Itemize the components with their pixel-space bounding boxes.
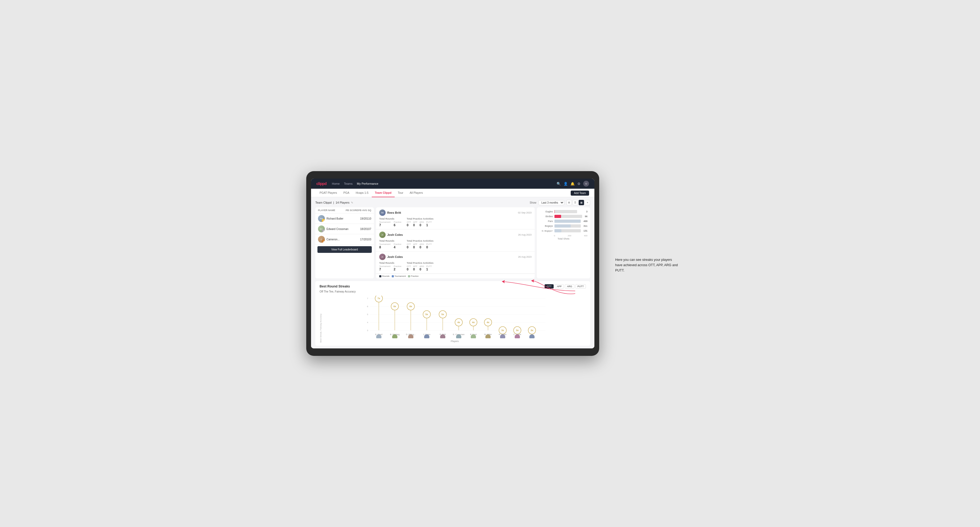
ott-3: OTT0 <box>407 265 411 271</box>
chart-label-eagles: Eagles <box>539 210 553 213</box>
three-column-layout: PLAYER NAME PB SCORE PB AVG SQ RB 1 Rich… <box>315 207 590 278</box>
chart-row-eagles: Eagles 3 <box>539 210 587 213</box>
player-card-3: JC Josh Coles 26 Aug 2023 Total Rounds <box>376 252 535 274</box>
svg-point-63 <box>530 334 535 338</box>
player-avatar-3: C 3 <box>318 236 325 243</box>
card-avatar-2: JC <box>379 232 386 238</box>
pb-avg-2: 107 <box>367 227 371 230</box>
sub-nav-right: Add Team <box>571 190 589 195</box>
subnav-team-clippd[interactable]: Team Clippd <box>372 189 395 197</box>
player-info-2: EC 2 Edward Crossman <box>318 225 360 232</box>
app-1: APP 0 <box>413 221 417 227</box>
chart-row-pars: Pars 499 <box>539 220 587 223</box>
chart-bar-wrap-bogeys <box>554 224 581 227</box>
subnav-pgat[interactable]: PGAT Players <box>317 189 340 197</box>
card-3-practice: Total Practice Activities OTT0 APP0 ARG0… <box>407 262 434 271</box>
grid-view-btn[interactable]: ⊞ <box>566 200 572 205</box>
right-chart-panel: Eagles 3 Birdies <box>537 207 590 278</box>
player-cards-panel: RB Rees Britt 02 Sep 2023 Total Rounds <box>376 207 535 278</box>
avatar[interactable]: U <box>583 181 589 187</box>
team-title: Team Clippd | 14 Players <box>315 201 349 204</box>
subnav-pga[interactable]: PGA <box>340 189 353 197</box>
app-btn[interactable]: APP <box>555 284 564 289</box>
player-avatar-2: EC 2 <box>318 225 325 232</box>
subnav-tour[interactable]: Tour <box>395 189 406 197</box>
nav-home[interactable]: Home <box>332 182 339 185</box>
player-info-3: C 3 Cameron... <box>318 236 360 243</box>
card-1-rounds: Total Rounds Tournament 7 Practice <box>379 217 401 227</box>
pb-score-1: 19/20 <box>360 217 367 220</box>
subnav-all-players[interactable]: All Players <box>406 189 426 197</box>
period-select[interactable]: Last 3 months Last 6 months Last year <box>538 200 564 205</box>
settings-icon[interactable]: ⚙ <box>578 182 581 186</box>
chart-val-bogeys: 311 <box>584 225 587 227</box>
card-date-1: 02 Sep 2023 <box>518 211 531 214</box>
arg-3: ARG0 <box>419 265 424 271</box>
player-row: C 3 Cameron... 17/20 103 <box>315 234 374 244</box>
tournament-2: Tournament 8 <box>379 243 390 249</box>
list-view-btn[interactable]: ☰ <box>573 200 578 205</box>
svg-text:6: 6 <box>367 305 368 308</box>
card-3-rounds: Total Rounds Tournament 7 Practice <box>379 262 401 271</box>
bell-icon[interactable]: 🔔 <box>570 182 575 186</box>
subnav-hcaps[interactable]: Hcaps 1-5 <box>353 189 372 197</box>
svg-text:5x: 5x <box>425 313 428 316</box>
practice-3: Practice 2 <box>394 265 401 271</box>
tournament-1: Tournament 7 <box>379 221 390 227</box>
streaks-title: Best Round Streaks <box>320 284 350 288</box>
streaks-subtitle: Off The Tee, Fairway Accuracy <box>320 290 586 293</box>
putt-3: PUTT1 <box>426 265 432 271</box>
svg-text:3x: 3x <box>516 329 519 332</box>
arg-btn[interactable]: ARG <box>565 284 574 289</box>
view-full-leaderboard-button[interactable]: View Full Leaderboard <box>317 246 372 253</box>
player-name-1: Richard Butler <box>326 217 343 220</box>
arg-2: ARG0 <box>419 243 424 249</box>
pb-score-3: 17/20 <box>360 238 367 241</box>
card-date-2: 26 Aug 2023 <box>518 233 531 236</box>
logo: clippd <box>317 181 326 186</box>
svg-text:3: 3 <box>367 329 368 332</box>
card-view-btn[interactable]: ▦ <box>579 200 584 205</box>
putt-btn[interactable]: PUTT <box>576 284 586 289</box>
svg-text:5: 5 <box>367 313 368 316</box>
nav-my-performance[interactable]: My Performance <box>357 182 379 185</box>
streak-chart-body: 7 6 5 4 3 7x E. Ebert <box>323 296 586 343</box>
player-row: EC 2 Edward Crossman 18/20 107 <box>315 224 374 234</box>
tablet-screen: clippd Home Teams My Performance 🔍 👤 🔔 ⚙… <box>311 179 594 348</box>
svg-text:7x: 7x <box>377 297 380 300</box>
ott-btn[interactable]: OTT <box>545 284 554 289</box>
detail-view-btn[interactable]: ≡ <box>585 200 590 205</box>
person-icon[interactable]: 👤 <box>563 182 568 186</box>
edit-icon[interactable]: ✎ <box>351 201 353 204</box>
player-card-2: JC Josh Coles 26 Aug 2023 Total Rounds <box>376 229 535 252</box>
leaderboard-panel: PLAYER NAME PB SCORE PB AVG SQ RB 1 Rich… <box>315 207 374 278</box>
top-navigation: clippd Home Teams My Performance 🔍 👤 🔔 ⚙… <box>311 179 594 189</box>
practice-sub-row-1: OTT 0 APP 0 ARG <box>407 221 434 227</box>
x-axis-players-label: Players <box>323 340 586 343</box>
player-name-2: Edward Crossman <box>326 227 348 230</box>
tablet-device: clippd Home Teams My Performance 🔍 👤 🔔 ⚙… <box>306 171 599 356</box>
streak-chart-svg: 7 6 5 4 3 7x E. Ebert <box>323 296 586 338</box>
nav-teams[interactable]: Teams <box>344 182 353 185</box>
svg-text:4x: 4x <box>487 321 489 324</box>
card-3-header: JC Josh Coles 26 Aug 2023 <box>379 254 531 260</box>
player-name-3: Cameron... <box>326 238 339 241</box>
pb-avg-3: 103 <box>367 238 371 241</box>
chart-title: Total Shots <box>539 237 587 240</box>
card-avatar-3: JC <box>379 254 386 260</box>
x-axis-0: 0 <box>554 235 555 237</box>
chart-label-pars: Pars <box>539 220 553 222</box>
streaks-header: Best Round Streaks OTT APP ARG PUTT <box>320 284 586 289</box>
sub-navigation: PGAT Players PGA Hcaps 1-5 Team Clippd T… <box>311 189 594 197</box>
chart-val-dbogeys: 131 <box>584 229 587 232</box>
leaderboard-header: PLAYER NAME PB SCORE PB AVG SQ <box>315 207 374 213</box>
rank-badge-2: 2 <box>322 229 325 232</box>
practice-2: Practice 4 <box>394 243 401 249</box>
app-3: APP0 <box>413 265 417 271</box>
svg-text:6x: 6x <box>409 305 412 308</box>
app-2: APP0 <box>413 243 417 249</box>
card-1-practice-activities: Total Practice Activities OTT 0 APP <box>407 217 434 227</box>
add-team-button[interactable]: Add Team <box>571 190 589 195</box>
search-icon[interactable]: 🔍 <box>557 182 561 186</box>
show-label: Show <box>530 201 536 204</box>
